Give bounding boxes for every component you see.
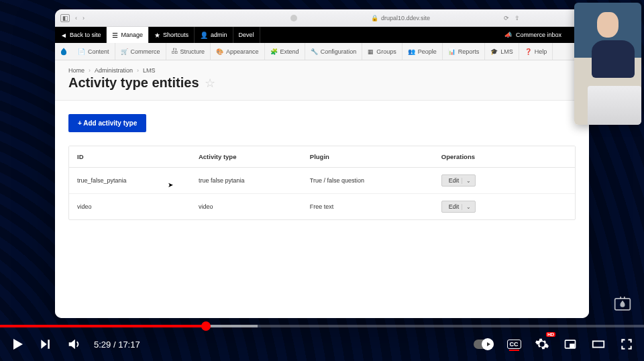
nav-structure[interactable]: 品Structure	[166, 43, 211, 60]
cell-id: video	[69, 194, 191, 220]
th-operations: Operations	[433, 146, 575, 168]
nav-commerce[interactable]: 🛒Commerce	[115, 43, 166, 60]
subtitles-button[interactable]: CC	[506, 336, 522, 352]
people-icon: 👥	[408, 48, 415, 55]
table-row: video video Free text Edit⌄	[69, 194, 575, 220]
nav-help[interactable]: ❓Help	[519, 43, 553, 60]
drupal-drop-watermark-icon	[609, 290, 636, 317]
cell-type: video	[191, 194, 302, 220]
cart-icon: 🛒	[121, 48, 128, 55]
nav-content[interactable]: 📄Content	[72, 43, 115, 60]
th-activity-type: Activity type	[191, 146, 302, 168]
chevron-down-icon[interactable]: ⌄	[462, 178, 471, 184]
page-title: Activity type entities	[68, 75, 199, 91]
cursor-icon: ➤	[168, 181, 173, 189]
breadcrumb: Home› Administration› LMS	[55, 60, 589, 75]
nav-groups[interactable]: ▦Groups	[362, 43, 402, 60]
puzzle-icon: 🧩	[270, 48, 278, 55]
cell-plugin: True / false question	[302, 168, 433, 194]
fullscreen-button[interactable]	[619, 336, 635, 352]
manage-button[interactable]: ☰Manage	[107, 27, 149, 43]
hamburger-icon: ☰	[112, 32, 118, 39]
cell-plugin: Free text	[302, 194, 433, 220]
nav-appearance[interactable]: 🎨Appearance	[211, 43, 265, 60]
lock-icon: 🔒	[371, 15, 378, 21]
video-time: 5:29 / 17:17	[94, 340, 140, 350]
browser-chrome: ◧ ‹ › 🔒 drupal10.ddev.site ⟳ ⇪	[55, 9, 589, 27]
table-row: true_false_pytania true false pytania Tr…	[69, 168, 575, 194]
add-activity-type-button[interactable]: + Add activity type	[68, 114, 146, 132]
commerce-inbox-button[interactable]: 📣Commerce inbox	[498, 27, 568, 43]
th-id: ID	[69, 146, 191, 168]
structure-icon: 品	[172, 47, 178, 56]
drupal-nav-toolbar: 📄Content 🛒Commerce 品Structure 🎨Appearanc…	[55, 43, 589, 60]
nav-fwd-icon[interactable]: ›	[83, 15, 85, 21]
sidebar-toggle-icon[interactable]: ◧	[60, 14, 70, 22]
play-button[interactable]	[9, 336, 25, 352]
shield-icon[interactable]	[290, 15, 297, 21]
chevron-down-icon[interactable]: ⌄	[462, 204, 471, 210]
devel-button[interactable]: Devel	[233, 27, 260, 43]
nav-extend[interactable]: 🧩Extend	[265, 43, 305, 60]
reload-icon[interactable]: ⟳	[504, 15, 509, 21]
volume-button[interactable]	[66, 336, 82, 352]
page-content: Home› Administration› LMS Activity type …	[55, 60, 589, 318]
groups-icon: ▦	[368, 48, 374, 55]
help-icon: ❓	[525, 48, 532, 55]
nav-reports[interactable]: 📊Reports	[443, 43, 486, 60]
miniplayer-button[interactable]	[562, 336, 578, 352]
megaphone-icon: 📣	[504, 32, 512, 38]
back-icon: ◄	[60, 32, 67, 39]
hd-badge: HD	[546, 332, 555, 337]
nav-people[interactable]: 👥People	[402, 43, 443, 60]
share-icon[interactable]: ⇪	[515, 15, 520, 21]
file-icon: 📄	[78, 48, 85, 55]
address-bar[interactable]: 🔒 drupal10.ddev.site	[303, 15, 498, 21]
back-to-site-button[interactable]: ◄Back to site	[55, 27, 107, 43]
bc-admin[interactable]: Administration	[95, 67, 133, 74]
cell-type: true false pytania	[191, 168, 302, 194]
user-icon: 👤	[200, 32, 208, 39]
nav-configuration[interactable]: 🔧Configuration	[305, 43, 363, 60]
svg-rect-5	[593, 341, 604, 347]
drupal-admin-bar: ◄Back to site ☰Manage ★Shortcuts 👤admin …	[55, 27, 589, 43]
next-button[interactable]	[38, 336, 54, 352]
brush-icon: 🎨	[216, 48, 223, 55]
drupal-logo-icon[interactable]	[55, 43, 72, 60]
shortcuts-button[interactable]: ★Shortcuts	[149, 27, 195, 43]
settings-button[interactable]: HD	[534, 336, 550, 352]
admin-user-button[interactable]: 👤admin	[195, 27, 233, 43]
star-icon: ★	[154, 32, 160, 39]
bc-home[interactable]: Home	[68, 67, 85, 74]
edit-button[interactable]: Edit⌄	[441, 201, 476, 213]
chart-icon: 📊	[448, 48, 455, 55]
browser-window: ◧ ‹ › 🔒 drupal10.ddev.site ⟳ ⇪ ◄Back to …	[55, 9, 589, 318]
url-text: drupal10.ddev.site	[381, 15, 430, 21]
th-plugin: Plugin	[302, 146, 433, 168]
video-controls: 5:29 / 17:17 CC HD	[0, 327, 644, 361]
wrench-icon: 🔧	[311, 48, 318, 55]
activity-types-table: ID Activity type Plugin Operations true_…	[68, 146, 576, 220]
bc-lms[interactable]: LMS	[143, 67, 156, 74]
svg-rect-4	[570, 344, 574, 347]
cell-id: true_false_pytania	[69, 168, 191, 194]
grad-icon: 🎓	[490, 48, 498, 55]
autoplay-toggle[interactable]	[474, 340, 494, 349]
title-bar: Activity type entities ☆	[55, 75, 589, 101]
theater-button[interactable]	[590, 336, 606, 352]
favorite-star-icon[interactable]: ☆	[205, 76, 215, 91]
webcam-overlay	[574, 3, 641, 125]
nav-lms[interactable]: 🎓LMS	[485, 43, 519, 60]
edit-button[interactable]: Edit⌄	[441, 174, 476, 187]
nav-back-icon[interactable]: ‹	[75, 15, 77, 21]
